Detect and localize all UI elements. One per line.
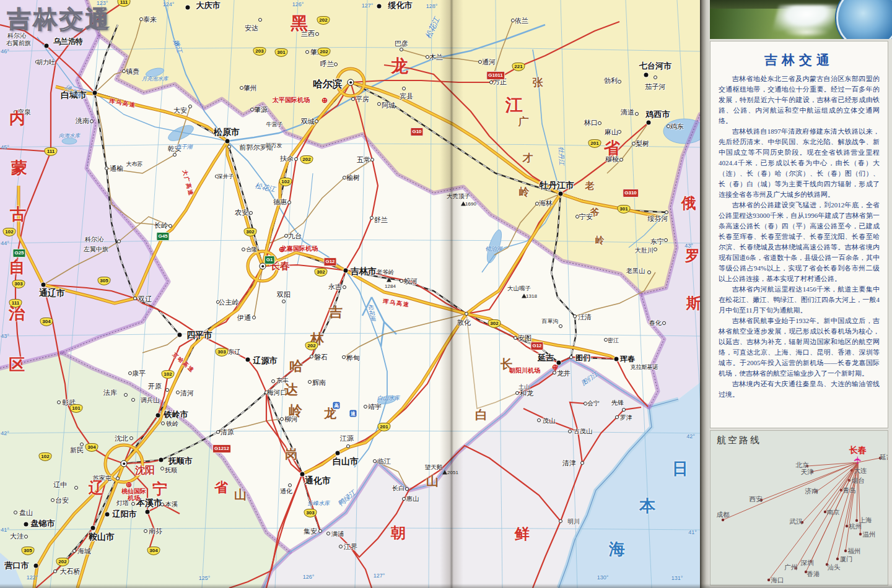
graticule-label: 127° — [362, 3, 374, 9]
city-marker — [124, 393, 128, 397]
city-label: 东辽 — [228, 349, 240, 355]
city-marker — [160, 467, 164, 470]
peak-elevation: 1318 — [526, 294, 537, 299]
expressway-name-label: 珲乌高速 — [109, 98, 137, 109]
city-label: 和龙 — [520, 390, 533, 397]
region-label-char: 龙 — [324, 407, 336, 420]
city-marker — [622, 408, 626, 412]
city-marker — [161, 422, 165, 425]
city-label: 吉林市 — [351, 267, 377, 275]
air-routes-title: 航空路线 — [717, 435, 761, 446]
city-label: 依兰 — [515, 17, 528, 24]
graticule-label: 130° — [597, 575, 609, 581]
city-label: 鸡西市 — [646, 110, 670, 118]
city-marker — [116, 477, 120, 480]
airport-label: 朝阳川机场 — [509, 367, 540, 374]
airport-label: 龙嘉国际机场 — [281, 245, 318, 252]
city-label: 舒兰 — [374, 217, 388, 223]
region-label-char: 斯 — [686, 296, 700, 311]
city-label: 安达 — [245, 25, 258, 32]
city-label: 大安 — [173, 107, 187, 114]
city-marker — [242, 248, 245, 251]
city-marker — [45, 44, 49, 48]
city-marker — [465, 312, 468, 316]
water-label: 白山水库 — [377, 396, 400, 401]
city-label: 白山市 — [333, 457, 359, 465]
road-shield: 101 — [70, 404, 83, 413]
road-shield: 202 — [317, 16, 330, 25]
city-marker — [105, 166, 108, 170]
city-label: 蛟河 — [404, 278, 418, 285]
graticule-label: 125° — [199, 576, 211, 581]
road-shield: 201 — [588, 139, 601, 148]
region-label-char: 自 — [9, 259, 25, 275]
city-label: 七台河市 — [639, 62, 671, 70]
city-marker — [559, 324, 562, 328]
graticule-label: 45° — [1, 145, 9, 150]
waterfall-photo — [710, 0, 892, 39]
city-marker — [598, 121, 601, 125]
city-marker — [614, 357, 619, 361]
city-label: 呼兰 — [320, 61, 334, 67]
city-label: 本溪 — [165, 501, 178, 508]
road-shield: 303 — [12, 280, 25, 288]
graticule-label: 131° — [671, 576, 683, 581]
city-label: 克拉斯基诺 — [631, 365, 658, 370]
city-marker — [654, 76, 657, 79]
peak-elevation: 2051 — [447, 470, 458, 475]
city-label: 双城 — [301, 118, 315, 125]
city-label: 大庆市 — [196, 1, 221, 9]
city-marker — [405, 487, 409, 491]
road-shield: 102 — [39, 452, 52, 461]
road-shield: 302 — [244, 228, 257, 236]
city-label: 牛营子 — [266, 122, 283, 128]
city-marker — [165, 388, 169, 392]
city-marker — [53, 569, 57, 573]
region-label-char: 岗 — [285, 447, 297, 460]
city-label: 深井子 — [217, 174, 234, 179]
city-label: 罗津 — [620, 415, 632, 421]
city-label: 哈尔滨 — [313, 79, 343, 89]
city-label: 调兵山 — [141, 397, 159, 404]
city-marker — [377, 102, 381, 106]
airport-icon: ⊕ — [552, 363, 558, 371]
city-label: 清原 — [221, 429, 234, 436]
air-hub-label: 长春 — [849, 445, 867, 456]
road-shield: 305 — [22, 547, 35, 555]
city-marker — [339, 545, 343, 548]
air-route-city-label: 广州 — [785, 563, 798, 572]
city-marker — [559, 192, 563, 196]
road-shield: 202 — [56, 558, 69, 566]
road-shield: 305 — [98, 277, 111, 285]
city-label: 清河 — [180, 390, 194, 397]
air-route-city-label: 烟台 — [852, 477, 865, 485]
city-marker — [160, 503, 164, 506]
city-label: 沈北 — [115, 435, 128, 442]
region-label-char: 朝 — [391, 525, 406, 540]
city-marker — [131, 502, 135, 506]
city-marker — [294, 157, 298, 161]
city-marker — [258, 18, 262, 22]
city-label: 胡力吐 — [37, 59, 55, 66]
road-shield: 102 — [162, 370, 175, 379]
city-label: 茂山 — [543, 418, 555, 424]
city-marker — [188, 105, 192, 108]
water-label: 松花湖 — [367, 304, 376, 321]
city-label: 延吉 — [538, 353, 554, 361]
graticule-label: 46° — [1, 49, 9, 54]
city-label: 鸡东 — [670, 123, 684, 130]
city-marker — [14, 511, 17, 514]
city-label: 百草沟 — [542, 319, 559, 324]
water-label: 查干湖 — [176, 144, 193, 150]
city-label: 鞍山市 — [89, 532, 115, 541]
city-marker — [344, 269, 348, 273]
city-label: 农安 — [235, 209, 248, 216]
city-marker — [249, 211, 253, 215]
expressway-name-label: 京哈高速 — [172, 352, 196, 374]
map-labels-layer: 大庆市绥化市安达兰西肇东呼兰哈尔滨宾县阿城平房双城五常榆树扶余肇源肇州泰来镇赉木… — [0, 0, 700, 588]
city-label: 惠山 — [406, 496, 419, 502]
city-marker — [400, 279, 403, 283]
water-label: 嫩江 — [172, 39, 183, 54]
air-route-city-label: 西安 — [750, 495, 763, 504]
road-shield: 221 — [512, 63, 525, 71]
